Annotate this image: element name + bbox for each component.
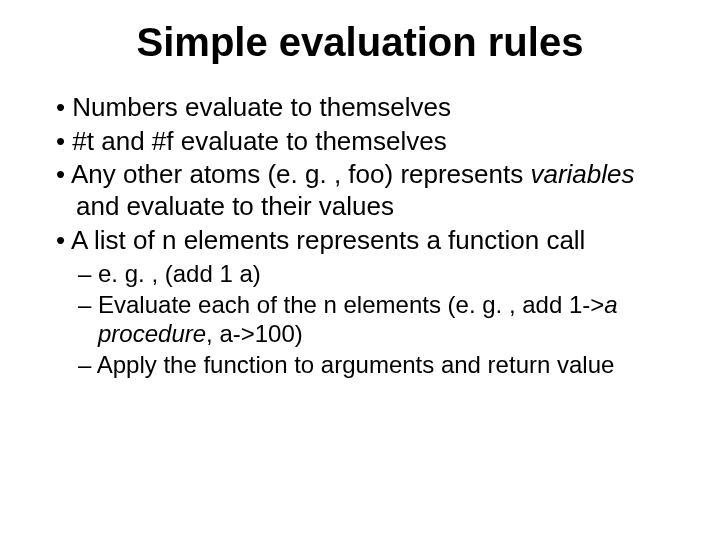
dash-icon: [78, 291, 98, 318]
dash-icon: [78, 351, 97, 378]
bullet-text-emph: variables: [530, 159, 634, 189]
bullet-text: #t and #f evaluate to themselves: [72, 126, 446, 156]
bullet-item: #t and #f evaluate to themselves: [56, 126, 680, 158]
sub-bullet-item: Evaluate each of the n elements (e. g. ,…: [78, 290, 680, 349]
sub-bullet-item: Apply the function to arguments and retu…: [78, 350, 680, 379]
sub-bullet-text: e. g. , (add 1 a): [98, 260, 261, 287]
slide-title: Simple evaluation rules: [0, 20, 720, 65]
bullet-icon: [56, 92, 72, 122]
bullet-text: A list of n elements represents a functi…: [71, 225, 586, 255]
sub-bullet-text: , a->100): [206, 320, 303, 347]
bullet-text: Any other atoms (e. g. , foo) represents: [71, 159, 531, 189]
dash-icon: [78, 260, 98, 287]
bullet-text: and evaluate to their values: [76, 191, 394, 221]
slide-body: Numbers evaluate to themselves #t and #f…: [56, 92, 680, 382]
sub-bullet-item: e. g. , (add 1 a): [78, 259, 680, 288]
sub-bullet-text: Apply the function to arguments and retu…: [97, 351, 615, 378]
bullet-icon: [56, 225, 71, 255]
bullet-item: A list of n elements represents a functi…: [56, 225, 680, 257]
bullet-item: Any other atoms (e. g. , foo) represents…: [56, 159, 680, 222]
slide: Simple evaluation rules Numbers evaluate…: [0, 0, 720, 540]
bullet-icon: [56, 159, 71, 189]
bullet-icon: [56, 126, 72, 156]
bullet-text: Numbers evaluate to themselves: [72, 92, 451, 122]
sub-bullet-text: Evaluate each of the n elements (e. g. ,…: [98, 291, 604, 318]
bullet-item: Numbers evaluate to themselves: [56, 92, 680, 124]
